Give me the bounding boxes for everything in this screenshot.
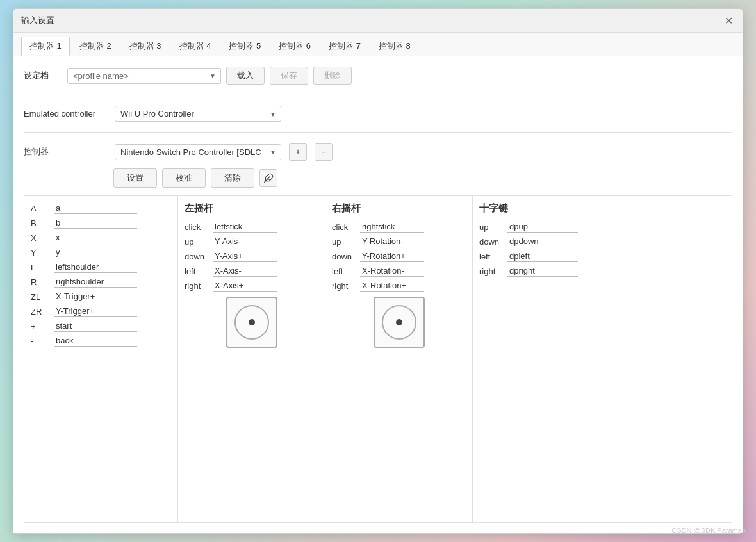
key-x: X [31, 233, 54, 243]
left-click-label: click [185, 222, 213, 232]
right-up-row: up [332, 236, 466, 247]
profile-select[interactable]: <profile name> [67, 68, 221, 84]
map-row-a: A [31, 202, 171, 214]
right-joystick-dot [396, 319, 402, 325]
map-row-minus: - [31, 335, 171, 347]
right-up-value[interactable] [360, 236, 424, 247]
left-right-label: right [185, 281, 213, 291]
dpad-left-value[interactable] [507, 250, 578, 262]
tab-controller-7[interactable]: 控制器 7 [320, 37, 369, 56]
right-left-value[interactable] [360, 265, 424, 277]
value-minus[interactable] [54, 335, 137, 347]
key-b: B [31, 218, 54, 228]
tab-controller-4[interactable]: 控制器 4 [171, 37, 220, 56]
left-stick-column: 左摇杆 click up down left ri [178, 196, 325, 522]
controller-row: 控制器 Nintendo Switch Pro Controller [SDLC… [24, 143, 732, 161]
right-down-value[interactable] [360, 250, 424, 262]
value-b[interactable] [54, 217, 137, 229]
map-row-zr: ZR [31, 306, 171, 317]
buttons-column: A B X Y L [24, 196, 178, 522]
dpad-up-label: up [479, 222, 507, 232]
tab-controller-3[interactable]: 控制器 3 [121, 37, 170, 56]
left-right-row: right [185, 280, 318, 292]
map-row-r: R [31, 276, 171, 288]
map-row-b: B [31, 217, 171, 229]
key-r: R [31, 277, 54, 287]
value-plus[interactable] [54, 320, 137, 332]
close-button[interactable]: ✕ [722, 14, 735, 27]
left-left-row: left [185, 265, 318, 277]
left-joystick-dot [249, 319, 255, 325]
clear-button[interactable]: 清除 [211, 168, 254, 188]
value-l[interactable] [54, 261, 137, 273]
left-right-value[interactable] [213, 280, 277, 292]
left-stick-title: 左摇杆 [185, 202, 318, 215]
right-click-value[interactable] [360, 221, 424, 233]
left-left-value[interactable] [213, 265, 277, 277]
delete-button[interactable]: 删除 [313, 67, 352, 85]
load-button[interactable]: 载入 [226, 67, 265, 85]
dpad-up-value[interactable] [507, 221, 578, 233]
value-r[interactable] [54, 276, 137, 288]
value-y[interactable] [54, 247, 137, 258]
map-row-y: Y [31, 247, 171, 258]
tab-controller-1[interactable]: 控制器 1 [21, 37, 70, 56]
mapping-area: A B X Y L [24, 195, 732, 523]
dpad-right-row: right [479, 265, 725, 277]
dpad-up-row: up [479, 221, 725, 233]
emulated-select[interactable]: Wii U Pro Controller [115, 106, 281, 122]
right-click-row: click [332, 221, 466, 233]
left-down-value[interactable] [213, 250, 277, 262]
left-up-value[interactable] [213, 236, 277, 247]
left-up-row: up [185, 236, 318, 247]
right-click-label: click [332, 222, 360, 232]
tabs-bar: 控制器 1 控制器 2 控制器 3 控制器 4 控制器 5 控制器 6 控制器 … [13, 33, 743, 56]
controller-select[interactable]: Nintendo Switch Pro Controller [SDLC [115, 144, 281, 160]
map-row-zl: ZL [31, 291, 171, 302]
left-click-value[interactable] [213, 221, 277, 233]
tab-controller-8[interactable]: 控制器 8 [370, 37, 419, 56]
map-row-l: L [31, 261, 171, 273]
key-y: Y [31, 248, 54, 258]
tab-controller-5[interactable]: 控制器 5 [220, 37, 269, 56]
emulated-select-wrapper: Wii U Pro Controller [115, 106, 281, 122]
value-x[interactable] [54, 232, 137, 243]
right-up-label: up [332, 237, 360, 247]
dpad-down-label: down [479, 237, 507, 247]
right-joystick-visual [374, 297, 425, 348]
key-zr: ZR [31, 307, 54, 316]
controller-select-wrapper: Nintendo Switch Pro Controller [SDLC [115, 144, 281, 160]
main-content: 设定档 <profile name> 载入 保存 删除 Emulated con… [13, 56, 743, 533]
dpad-down-value[interactable] [507, 236, 578, 247]
right-right-value[interactable] [360, 280, 424, 292]
settings-button[interactable]: 设置 [113, 168, 157, 188]
value-zl[interactable] [54, 291, 137, 302]
calibrate-button[interactable]: 校准 [162, 168, 206, 188]
action-buttons-row: 设置 校准 清除 [113, 168, 732, 188]
left-joystick-visual [226, 297, 277, 348]
watermark: CSDN @SDK.Paraman [671, 527, 746, 534]
tab-controller-6[interactable]: 控制器 6 [270, 37, 319, 56]
add-controller-button[interactable]: + [289, 143, 307, 161]
key-minus: - [31, 336, 54, 346]
dpad-title: 十字键 [479, 202, 725, 215]
profile-select-wrapper: <profile name> [67, 68, 221, 84]
input-settings-dialog: 输入设置 ✕ 控制器 1 控制器 2 控制器 3 控制器 4 控制器 5 控制器… [13, 8, 743, 534]
feather-icon[interactable] [259, 169, 277, 187]
right-stick-column: 右摇杆 click up down left ri [325, 196, 473, 522]
left-down-row: down [185, 250, 318, 262]
save-button[interactable]: 保存 [270, 67, 308, 85]
key-zl: ZL [31, 292, 54, 302]
dpad-right-value[interactable] [507, 265, 578, 277]
tab-controller-2[interactable]: 控制器 2 [71, 37, 120, 56]
dpad-left-row: left [479, 250, 725, 262]
map-row-plus: + [31, 320, 171, 332]
value-zr[interactable] [54, 306, 137, 317]
dpad-down-row: down [479, 236, 725, 247]
emulated-controller-row: Emulated controller Wii U Pro Controller [24, 106, 732, 122]
remove-controller-button[interactable]: - [315, 143, 333, 161]
right-down-label: down [332, 252, 360, 261]
value-a[interactable] [54, 202, 137, 214]
title-bar: 输入设置 ✕ [13, 9, 743, 33]
right-joystick-circle [382, 305, 416, 340]
